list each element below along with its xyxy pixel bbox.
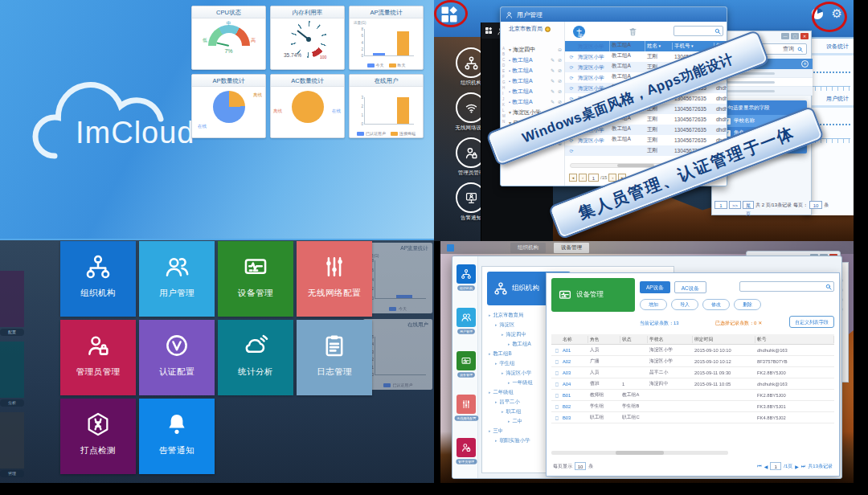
- tile-bell[interactable]: 告警通知: [139, 399, 215, 474]
- tile-cloudsignal[interactable]: 统计分析: [218, 320, 293, 395]
- prev-page-button[interactable]: ◀: [764, 464, 768, 469]
- tree-node[interactable]: •教工组A✎⊘: [509, 86, 564, 96]
- clear-icon[interactable]: ✕: [758, 321, 762, 325]
- toggle-icon[interactable]: ⊖: [558, 47, 562, 52]
- per-page-input[interactable]: 10: [809, 201, 822, 209]
- tree-node[interactable]: •教工组A✎⊘: [509, 55, 564, 65]
- maximize-button[interactable]: ▢: [791, 33, 799, 39]
- tile-users[interactable]: 用户管理: [139, 241, 215, 317]
- table-row[interactable]: ◻B03职工组职工组CFK4.8BY5J02: [551, 412, 834, 423]
- tile-org[interactable]: 组织机构: [60, 241, 136, 317]
- row-checkbox[interactable]: ◻: [551, 415, 561, 420]
- tile-device[interactable]: 设备管理: [218, 241, 293, 317]
- row-checkbox[interactable]: ◻: [551, 382, 561, 387]
- tab-ac-device[interactable]: AC设备: [674, 281, 706, 293]
- table-row[interactable]: ◻A01人员海淀区小学2015-09-10 10:10dhdhuhk@163: [551, 345, 834, 356]
- add-column-icon[interactable]: +: [801, 60, 809, 68]
- toolbar-button[interactable]: 增加: [640, 299, 667, 310]
- disable-icon[interactable]: ⊘: [558, 78, 562, 84]
- sidebar-item-sliders[interactable]: 无线网络配置: [455, 395, 477, 421]
- column-header[interactable]: 状态: [620, 336, 648, 343]
- minimize-button[interactable]: —: [781, 33, 789, 39]
- row-icon[interactable]: ⟳: [565, 85, 576, 91]
- disable-icon[interactable]: ⊘: [558, 57, 562, 63]
- tab-ap-device[interactable]: AP设备: [640, 281, 670, 293]
- row-icon[interactable]: ⟳: [565, 75, 576, 80]
- toolbar-button[interactable]: 修改: [702, 299, 730, 310]
- sidebar-item-org[interactable]: 组织机构: [455, 264, 477, 291]
- per-page-input[interactable]: 10: [575, 462, 586, 470]
- first-page-button[interactable]: ⏮: [757, 464, 761, 469]
- search-input[interactable]: [739, 281, 834, 292]
- search-input[interactable]: [674, 26, 723, 36]
- row-checkbox[interactable]: ◻: [551, 348, 561, 353]
- table-row[interactable]: ◻A03人员昌平二小2015-09-11 09:30FK2.8BY5J00: [551, 367, 834, 378]
- table-row[interactable]: ◻A02广播海淀区小学2015-09-10 10:128F3757B07YB: [551, 356, 834, 367]
- edit-icon[interactable]: ✎: [551, 88, 555, 94]
- column-header[interactable]: 帐号: [755, 336, 834, 343]
- toolbar-button[interactable]: 删除: [734, 299, 761, 310]
- sidebar-item-device[interactable]: 设备管理: [455, 351, 477, 378]
- table-cell: 学生组B: [620, 403, 648, 410]
- edit-icon[interactable]: ✎: [551, 99, 555, 104]
- tile-admin[interactable]: 管理员管理: [60, 320, 136, 395]
- edit-icon[interactable]: ✎: [551, 78, 555, 84]
- row-icon[interactable]: ⟳: [565, 54, 576, 59]
- expander-icon[interactable]: ▾: [509, 109, 511, 115]
- tile-dna[interactable]: 打点检测: [60, 399, 136, 474]
- row-checkbox[interactable]: ◻: [551, 404, 561, 409]
- last-page-button[interactable]: ⏭: [801, 464, 805, 469]
- tile-clipboard[interactable]: 日志管理: [297, 320, 372, 395]
- page-input[interactable]: 1: [770, 462, 781, 470]
- next-page-button[interactable]: >>: [729, 201, 741, 209]
- table-row[interactable]: ◻B02学生组学生组BFK3.8BY5J01: [551, 401, 834, 412]
- close-button[interactable]: ✕: [800, 33, 809, 39]
- tree-root[interactable]: 北京市教育局: [501, 22, 564, 35]
- prev-page-button[interactable]: ‹: [579, 174, 587, 182]
- tab-device[interactable]: 设备管理: [554, 243, 589, 253]
- last-page-button[interactable]: 尾页: [743, 201, 754, 209]
- row-checkbox[interactable]: ◻: [551, 370, 561, 375]
- column-header[interactable]: 姓名: [645, 43, 673, 50]
- widget-title: 内存利用率: [271, 6, 344, 18]
- device-icon: [461, 355, 472, 366]
- tile-sliders[interactable]: 无线网络配置: [297, 241, 372, 317]
- edit-icon[interactable]: ✎: [551, 68, 555, 73]
- row-icon[interactable]: ⟳: [565, 64, 576, 70]
- panel-header-device[interactable]: 设备管理: [551, 278, 635, 312]
- org-icon: [461, 268, 472, 280]
- page-input[interactable]: 1: [588, 174, 599, 182]
- sidebar-item-users[interactable]: 用户管理: [455, 308, 477, 334]
- tree-node[interactable]: ▾海淀四中⊖: [509, 44, 564, 55]
- table-cell: 海淀四中: [648, 380, 693, 387]
- column-header[interactable]: 角色: [588, 336, 620, 343]
- page-input[interactable]: 1: [714, 201, 727, 209]
- table-row[interactable]: ◻A04值班1海淀四中2015-09-11 10:05dhdhuhk@163: [551, 378, 834, 390]
- toolbar-button[interactable]: 导入: [671, 299, 698, 310]
- tree-node[interactable]: •教工组A✎⊘: [509, 76, 564, 86]
- edit-icon[interactable]: ✎: [551, 57, 555, 63]
- disable-icon[interactable]: ⊘: [558, 88, 562, 94]
- customize-columns-button[interactable]: 自定义列表字段: [789, 316, 834, 328]
- sidebar-item-admin[interactable]: 管理员管理: [455, 438, 477, 464]
- first-page-button[interactable]: ◂: [569, 174, 577, 182]
- expander-icon[interactable]: ▾: [509, 47, 511, 52]
- horizontal-scrollbar[interactable]: [551, 451, 728, 455]
- table-row[interactable]: ◻B01教师组教工组AFK2.8BY5J00: [551, 390, 834, 401]
- column-header[interactable]: 名称: [561, 336, 588, 343]
- tile-vcircle[interactable]: 认证配置: [139, 320, 215, 395]
- row-icon[interactable]: ⟳: [565, 148, 576, 153]
- table-cell: 8F3757B07YB: [755, 359, 834, 364]
- search-icon[interactable]: [796, 46, 804, 53]
- column-header[interactable]: 绑定时间: [693, 336, 755, 343]
- row-checkbox[interactable]: ◻: [551, 359, 561, 364]
- row-checkbox[interactable]: ◻: [551, 393, 561, 398]
- next-page-button[interactable]: ▶: [795, 464, 799, 469]
- bullet-icon: •: [509, 89, 510, 94]
- disable-icon[interactable]: ⊘: [558, 68, 562, 73]
- y-tick: 2: [356, 47, 363, 51]
- tab-organization[interactable]: 组织机构: [510, 243, 546, 253]
- tree-node[interactable]: •教工组A✎⊘: [509, 96, 564, 107]
- tree-node[interactable]: •教工组A✎⊘: [509, 65, 564, 76]
- column-header[interactable]: 学校名: [648, 336, 693, 343]
